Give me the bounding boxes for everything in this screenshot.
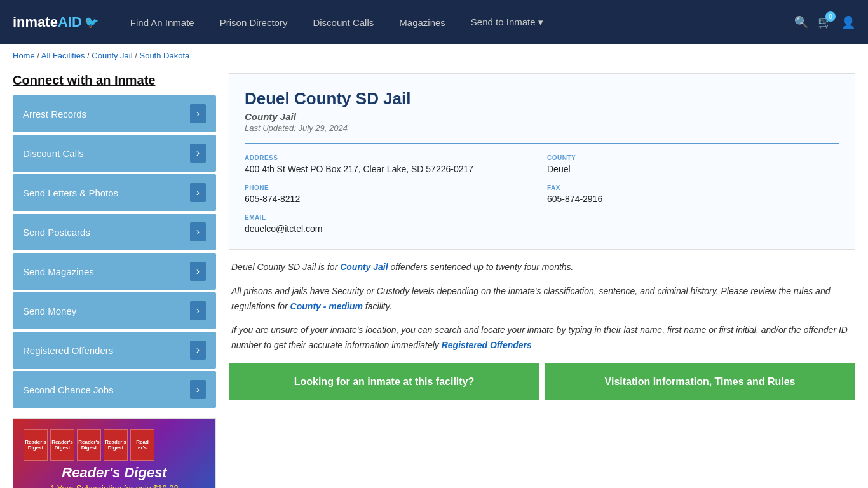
phone-label: PHONE xyxy=(245,184,537,191)
facility-main: Deuel County SD Jail County Jail Last Up… xyxy=(229,73,855,488)
cart-icon[interactable]: 🛒 0 xyxy=(818,15,832,29)
info-grid: ADDRESS 400 4th St West PO Box 217, Clea… xyxy=(245,143,839,174)
fax-value: 605-874-2916 xyxy=(547,194,839,204)
logo-text: inmateAID xyxy=(13,14,82,30)
desc-para-1: Deuel County SD Jail is for County Jail … xyxy=(231,260,853,275)
nav-discount-calls[interactable]: Discount Calls xyxy=(300,0,386,44)
main-content: Connect with an Inmate Arrest Records › … xyxy=(0,67,868,488)
breadcrumb-home[interactable]: Home xyxy=(13,51,35,60)
arrow-icon: › xyxy=(190,262,206,281)
email-value: deuelco@itctel.com xyxy=(245,224,537,234)
find-inmate-button[interactable]: Looking for an inmate at this facility? xyxy=(229,363,539,400)
ad-cover-3: Reader'sDigest xyxy=(77,429,101,461)
sidebar-title: Connect with an Inmate xyxy=(13,73,216,88)
breadcrumb-state[interactable]: South Dakota xyxy=(139,51,189,60)
sidebar-btn-send-money[interactable]: Send Money › xyxy=(13,292,216,329)
ad-cover-4: Reader'sDigest xyxy=(104,429,128,461)
header-icons: 🔍 🛒 0 👤 xyxy=(794,15,855,29)
nav-magazines[interactable]: Magazines xyxy=(386,0,458,44)
breadcrumb-all-facilities[interactable]: All Facilities xyxy=(41,51,85,60)
fax-label: FAX xyxy=(547,184,839,191)
arrow-icon: › xyxy=(190,104,206,123)
header: inmateAID 🐦 Find An Inmate Prison Direct… xyxy=(0,0,868,44)
facility-updated: Last Updated: July 29, 2024 xyxy=(245,123,839,133)
sidebar-btn-send-letters[interactable]: Send Letters & Photos › xyxy=(13,174,216,211)
sidebar-btn-discount-calls[interactable]: Discount Calls › xyxy=(13,135,216,172)
county-value: Deuel xyxy=(547,164,839,174)
sidebar-btn-send-postcards[interactable]: Send Postcards › xyxy=(13,214,216,250)
sidebar-btn-second-chance-jobs[interactable]: Second Chance Jobs › xyxy=(13,371,216,408)
arrow-icon: › xyxy=(190,380,206,399)
visitation-info-button[interactable]: Visitation Information, Times and Rules xyxy=(545,363,855,400)
breadcrumb: Home / All Facilities / County Jail / So… xyxy=(0,44,868,67)
phone-value: 605-874-8212 xyxy=(245,194,537,204)
logo[interactable]: inmateAID 🐦 xyxy=(13,14,98,30)
logo-aid: AID xyxy=(58,14,82,30)
fax-block: FAX 605-874-2916 xyxy=(547,184,839,204)
arrow-icon: › xyxy=(190,341,206,360)
nav-prison-directory[interactable]: Prison Directory xyxy=(207,0,301,44)
sidebar-ad: Reader'sDigest Reader'sDigest Reader'sDi… xyxy=(13,418,216,488)
registered-offenders-link[interactable]: Registered Offenders xyxy=(442,340,532,350)
ad-brand: Reader's Digest xyxy=(24,464,205,481)
email-label: EMAIL xyxy=(245,214,537,221)
county-jail-link[interactable]: County Jail xyxy=(340,262,388,272)
facility-description: Deuel County SD Jail is for County Jail … xyxy=(229,260,855,353)
arrow-icon: › xyxy=(190,183,206,202)
nav-find-inmate[interactable]: Find An Inmate xyxy=(118,0,207,44)
county-block: COUNTY Deuel xyxy=(547,154,839,174)
phone-fax-row: PHONE 605-874-8212 FAX 605-874-2916 xyxy=(245,184,839,204)
facility-name: Deuel County SD Jail xyxy=(245,89,839,109)
ad-cover-5: Reader's xyxy=(130,429,154,461)
logo-bird-icon: 🐦 xyxy=(85,15,98,29)
sidebar-btn-arrest-records[interactable]: Arrest Records › xyxy=(13,95,216,132)
address-label: ADDRESS xyxy=(245,154,537,161)
desc-para-2: All prisons and jails have Security or C… xyxy=(231,284,853,315)
ad-price: 1 Year Subscription for only $19.98 xyxy=(24,484,205,488)
county-medium-link[interactable]: County - medium xyxy=(290,301,363,311)
sidebar-btn-send-magazines[interactable]: Send Magazines › xyxy=(13,253,216,290)
address-value: 400 4th St West PO Box 217, Clear Lake, … xyxy=(245,164,537,174)
arrow-icon: › xyxy=(190,222,206,241)
county-label: COUNTY xyxy=(547,154,839,161)
bottom-buttons: Looking for an inmate at this facility? … xyxy=(229,363,855,400)
desc-para-3: If you are unsure of your inmate's locat… xyxy=(231,323,853,353)
arrow-icon: › xyxy=(190,301,206,320)
nav-send-to-inmate[interactable]: Send to Inmate ▾ xyxy=(458,0,556,44)
facility-card: Deuel County SD Jail County Jail Last Up… xyxy=(229,73,855,250)
cart-badge: 0 xyxy=(825,11,836,22)
search-icon[interactable]: 🔍 xyxy=(794,15,808,29)
phone-block: PHONE 605-874-8212 xyxy=(245,184,537,204)
nav: Find An Inmate Prison Directory Discount… xyxy=(118,0,775,44)
email-row: EMAIL deuelco@itctel.com xyxy=(245,214,839,234)
ad-cover-2: Reader'sDigest xyxy=(50,429,74,461)
address-block: ADDRESS 400 4th St West PO Box 217, Clea… xyxy=(245,154,537,174)
breadcrumb-county-jail[interactable]: County Jail xyxy=(92,51,132,60)
user-icon[interactable]: 👤 xyxy=(841,15,855,29)
email-block: EMAIL deuelco@itctel.com xyxy=(245,214,537,234)
facility-type: County Jail xyxy=(245,111,839,122)
arrow-icon: › xyxy=(190,144,206,163)
sidebar: Connect with an Inmate Arrest Records › … xyxy=(13,73,216,488)
sidebar-btn-registered-offenders[interactable]: Registered Offenders › xyxy=(13,332,216,369)
ad-cover-1: Reader'sDigest xyxy=(24,429,48,461)
